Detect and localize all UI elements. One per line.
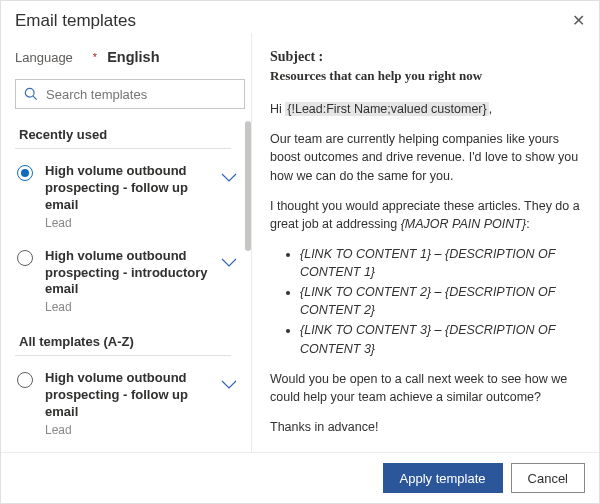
email-templates-dialog: Email templates ✕ Language * English Rec… xyxy=(0,0,600,504)
template-text: High volume outbound prospecting - follo… xyxy=(45,370,217,437)
dialog-body: Language * English Recently used Hi xyxy=(1,33,599,452)
cancel-button[interactable]: Cancel xyxy=(511,463,585,493)
template-item[interactable]: High volume outbound prospecting - intro… xyxy=(15,244,237,329)
search-input[interactable] xyxy=(46,87,236,102)
dialog-title: Email templates xyxy=(15,11,136,31)
required-star-icon: * xyxy=(93,51,97,63)
template-name: High volume outbound prospecting - intro… xyxy=(45,248,217,299)
greeting-prefix: Hi xyxy=(270,102,285,116)
left-panel: Language * English Recently used Hi xyxy=(1,33,251,452)
template-subtype: Lead xyxy=(45,300,217,314)
dialog-header: Email templates ✕ xyxy=(1,1,599,33)
greeting-line: Hi {!Lead:First Name;valued customer}, xyxy=(270,100,583,118)
template-item[interactable]: High volume outbound prospecting - follo… xyxy=(15,159,237,244)
chevron-down-icon[interactable] xyxy=(221,378,237,393)
p2-pain-point: {MAJOR PAIN POINT} xyxy=(401,217,527,231)
preview-panel: Subject : Resources that can help you ri… xyxy=(251,33,599,452)
chevron-down-icon[interactable] xyxy=(221,256,237,271)
scrollbar[interactable] xyxy=(245,121,251,251)
section-header-recent: Recently used xyxy=(15,121,231,149)
template-text: High volume outbound prospecting - intro… xyxy=(45,248,217,315)
search-box[interactable] xyxy=(15,79,245,109)
template-name: High volume outbound prospecting - follo… xyxy=(45,370,217,421)
chevron-down-icon[interactable] xyxy=(221,171,237,186)
subject-text: Resources that can help you right now xyxy=(270,67,583,86)
template-subtype: Lead xyxy=(45,423,217,437)
apply-template-button[interactable]: Apply template xyxy=(383,463,503,493)
dialog-footer: Apply template Cancel xyxy=(1,452,599,503)
svg-point-0 xyxy=(25,88,34,97)
content-link-item: {LINK TO CONTENT 2} – {DESCRIPTION OF CO… xyxy=(300,283,583,319)
content-links-list: {LINK TO CONTENT 1} – {DESCRIPTION OF CO… xyxy=(300,245,583,358)
language-select[interactable]: English xyxy=(107,49,159,65)
template-list-scroll: Recently used High volume outbound prosp… xyxy=(15,121,251,452)
close-icon[interactable]: ✕ xyxy=(572,13,585,29)
content-link-item: {LINK TO CONTENT 3} – {DESCRIPTION OF CO… xyxy=(300,321,583,357)
template-list: Recently used High volume outbound prosp… xyxy=(15,121,251,452)
template-text: High volume outbound prospecting - follo… xyxy=(45,163,217,230)
body-paragraph-3: Would you be open to a call next week to… xyxy=(270,370,583,406)
merge-field-lead-firstname: {!Lead:First Name;valued customer} xyxy=(285,102,488,116)
greeting-suffix: , xyxy=(489,102,492,116)
template-name: High volume outbound prospecting - follo… xyxy=(45,163,217,214)
language-label: Language xyxy=(15,50,73,65)
subject-label: Subject : xyxy=(270,47,583,67)
section-header-all: All templates (A-Z) xyxy=(15,328,231,356)
template-item[interactable]: High volume outbound prospecting - intro… xyxy=(15,451,237,452)
radio-icon[interactable] xyxy=(17,250,33,266)
content-link-item: {LINK TO CONTENT 1} – {DESCRIPTION OF CO… xyxy=(300,245,583,281)
p2-text-c: : xyxy=(526,217,529,231)
body-paragraph-2: I thought you would appreciate these art… xyxy=(270,197,583,233)
search-icon xyxy=(24,87,38,101)
template-subtype: Lead xyxy=(45,216,217,230)
radio-icon[interactable] xyxy=(17,372,33,388)
radio-selected-icon[interactable] xyxy=(17,165,33,181)
body-paragraph-4: Thanks in advance! xyxy=(270,418,583,436)
body-paragraph-1: Our team are currently helping companies… xyxy=(270,130,583,184)
language-row: Language * English xyxy=(15,49,251,65)
template-item[interactable]: High volume outbound prospecting - follo… xyxy=(15,366,237,451)
svg-line-1 xyxy=(33,96,37,100)
